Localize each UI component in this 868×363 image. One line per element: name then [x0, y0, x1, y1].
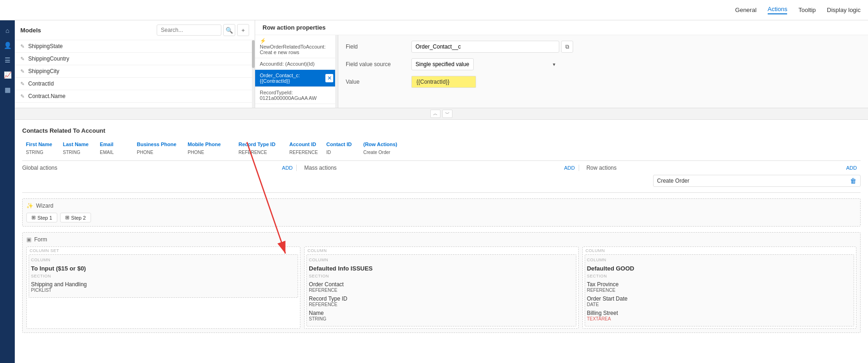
- col-type-mobilephone: PHONE: [184, 150, 235, 157]
- model-name-shippingstate: ShippingState: [28, 43, 63, 49]
- value-row: Value {{ContractId}}: [346, 76, 861, 88]
- copy-field-button[interactable]: ⧉: [561, 41, 573, 53]
- col-type-lastname: STRING: [59, 150, 96, 157]
- models-header: Models 🔍 +: [15, 20, 255, 40]
- edit-icon-5: ✎: [20, 93, 24, 99]
- field-label: Field: [346, 43, 406, 50]
- tab-general[interactable]: General: [735, 6, 757, 13]
- col-set-label-1: COLUMN SET: [27, 247, 300, 254]
- col-header-mobilephone[interactable]: Mobile Phone: [184, 140, 235, 149]
- field-value-source-select[interactable]: Single specified value: [411, 58, 474, 70]
- column-set-1: COLUMN SET COLUMN To Input ($15 or $0) S…: [26, 246, 300, 329]
- separator-2: [22, 192, 861, 193]
- column-set-3: COLUMN COLUMN Defaulted GOOD SECTION Tax…: [582, 246, 856, 329]
- sidebar-icon-user[interactable]: 👤: [1, 39, 14, 52]
- model-item-shippingstate[interactable]: ✎ ShippingState: [15, 40, 255, 53]
- wizard-steps: ⊞ Step 1 ⊞ Step 2: [26, 213, 856, 222]
- step-2-button[interactable]: ⊞ Step 2: [60, 213, 91, 222]
- nav-tabs: General Actions Tooltip Display logic: [735, 6, 861, 14]
- form-header: ▣ Form: [26, 236, 856, 243]
- model-name-contractname: Contract.Name: [28, 93, 66, 99]
- field-config-panel: Field ⧉ Field value source Single specif…: [338, 35, 868, 108]
- col-type-firstname: STRING: [22, 150, 59, 157]
- action-item-text-2: AccountId: (Account)(Id): [260, 61, 315, 67]
- section-label-3: SECTION: [587, 274, 852, 278]
- edit-icon-3: ✎: [20, 68, 24, 74]
- table-area: First Name Last Name Email Business Phon…: [22, 140, 861, 157]
- field-input-wrapper: ⧉: [411, 41, 861, 53]
- chevron-controls: ︿ ﹀: [15, 108, 868, 120]
- field-input[interactable]: [411, 41, 559, 53]
- action-item-3-active[interactable]: Order_Contact_c: {{ContractId}} ✕: [255, 70, 338, 87]
- section-label-2: SECTION: [309, 274, 574, 278]
- model-name-contractid: ContractId: [28, 80, 54, 87]
- models-list: Models 🔍 + ✎ ShippingState ✎ ShippingCou…: [15, 20, 255, 108]
- col-label-3: COLUMN: [587, 257, 852, 263]
- row-action-item-label: Create Order: [657, 178, 690, 184]
- model-item-shippingcountry[interactable]: ✎ ShippingCountry: [15, 53, 255, 65]
- col-header-contactid[interactable]: Contact ID: [323, 140, 360, 149]
- row-action-body: ⚡ NewOrderRelatedToAccount: Creat e new …: [255, 35, 868, 108]
- row-actions-label: Row actions: [587, 165, 617, 171]
- sidebar-icon-chart[interactable]: 📈: [1, 68, 14, 81]
- col-type-recordtype: REFERENCE: [235, 150, 286, 157]
- row-actions-add[interactable]: ADD: [846, 165, 861, 171]
- delete-row-action-button[interactable]: 🗑: [850, 177, 856, 185]
- model-item-contractid[interactable]: ✎ ContractId: [15, 78, 255, 90]
- value-label: Value: [346, 79, 406, 85]
- mass-actions-add[interactable]: ADD: [564, 165, 578, 171]
- action-item-1[interactable]: ⚡ NewOrderRelatedToAccount: Creat e new …: [255, 35, 338, 58]
- delete-action-item-button[interactable]: ✕: [325, 74, 333, 82]
- col-header-bizphone[interactable]: Business Phone: [133, 140, 184, 149]
- model-item-shippingcity[interactable]: ✎ ShippingCity: [15, 65, 255, 78]
- col-header-lastname[interactable]: Last Name: [59, 140, 96, 149]
- action-item-2[interactable]: AccountId: (Account)(Id): [255, 58, 338, 70]
- main-layout: ⌂ 👤 ☰ 📈 ▦ Models 🔍 + ✎: [0, 20, 868, 363]
- action-item-4[interactable]: RecordTypeId: 0121a000000AGuAA AW: [255, 87, 338, 104]
- field-type-recordtypeid: REFERENCE: [309, 302, 574, 307]
- model-item-contractname[interactable]: ✎ Contract.Name: [15, 90, 255, 103]
- tab-display-logic[interactable]: Display logic: [827, 6, 861, 13]
- sidebar-icon-home[interactable]: ⌂: [1, 24, 14, 37]
- sidebar-icon-box[interactable]: ▦: [1, 83, 14, 96]
- col-header-email[interactable]: Email: [96, 140, 133, 149]
- row-actions-list-area: Create Order 🗑: [22, 175, 861, 187]
- row-actions-box[interactable]: Create Order 🗑: [653, 175, 861, 187]
- field-name-billingstreet: Billing Street: [587, 310, 852, 316]
- field-type-shipping: PICKLIST: [31, 288, 296, 293]
- chevron-down-button[interactable]: ﹀: [442, 110, 452, 118]
- sidebar-icon-menu[interactable]: ☰: [1, 54, 14, 67]
- chevron-up-button[interactable]: ︿: [430, 110, 440, 118]
- add-model-button[interactable]: +: [237, 24, 249, 36]
- top-navigation: General Actions Tooltip Display logic: [0, 0, 868, 20]
- field-value-source-label: Field value source: [346, 61, 406, 68]
- mass-actions-label: Mass actions: [304, 165, 336, 171]
- col-header-recordtype[interactable]: Record Type ID: [235, 140, 286, 149]
- column-block-2: COLUMN Defaulted Info ISSUES SECTION Ord…: [306, 254, 576, 326]
- col-type-contactid: ID: [323, 150, 360, 157]
- action-item-text-3: Order_Contact_c: {{ContractId}}: [260, 73, 325, 84]
- col-header-firstname[interactable]: First Name: [22, 140, 59, 149]
- field-type-orderstartdate: DATE: [587, 302, 852, 307]
- tab-tooltip[interactable]: Tooltip: [798, 6, 816, 13]
- column-block-1: COLUMN To Input ($15 or $0) SECTION Ship…: [29, 254, 298, 298]
- left-sidebar: ⌂ 👤 ☰ 📈 ▦: [0, 20, 15, 363]
- wizard-title: Wizard: [36, 203, 53, 209]
- wizard-star-icon: ✨: [26, 203, 33, 209]
- action-items-list: ⚡ NewOrderRelatedToAccount: Creat e new …: [255, 35, 338, 108]
- col-header-rowactions[interactable]: (Row Actions): [360, 140, 401, 149]
- models-scrollbar[interactable]: [252, 40, 255, 108]
- search-input[interactable]: [157, 25, 221, 36]
- action-list-scrollbar[interactable]: [335, 35, 338, 108]
- col-label-2: COLUMN: [309, 257, 574, 263]
- step-1-button[interactable]: ⊞ Step 1: [26, 213, 57, 222]
- col-set-label-2: COLUMN: [305, 247, 578, 254]
- wizard-header: ✨ Wizard: [26, 203, 856, 209]
- field-row-name: Field ⧉: [346, 41, 861, 53]
- col-header-accountid[interactable]: Account ID: [286, 140, 323, 149]
- row-actions-section: Row actions ADD: [579, 165, 861, 171]
- search-button[interactable]: 🔍: [223, 24, 235, 36]
- col-type-bizphone: PHONE: [133, 150, 184, 157]
- tab-actions[interactable]: Actions: [768, 6, 788, 14]
- global-actions-add[interactable]: ADD: [282, 165, 296, 171]
